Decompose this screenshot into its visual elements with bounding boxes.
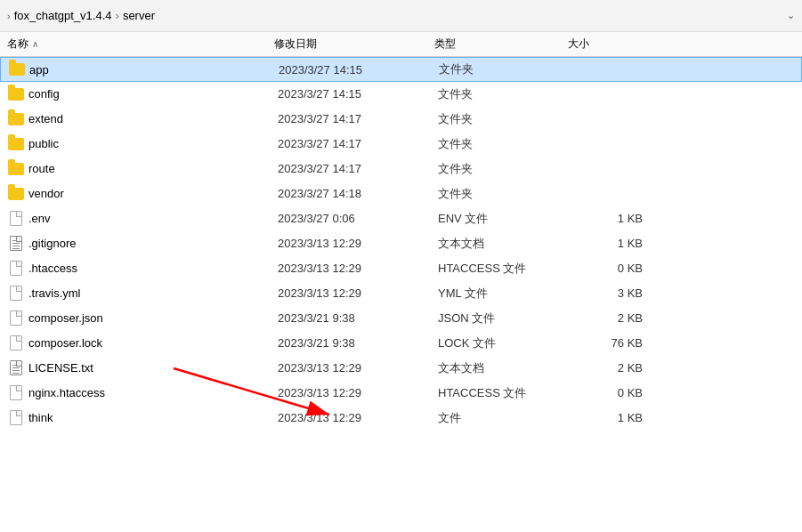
file-name: .gitignore [28, 237, 278, 250]
file-icon [7, 335, 25, 351]
file-row[interactable]: .gitignore2023/3/13 12:29文本文档1 KB [0, 231, 802, 256]
file-icon [7, 310, 25, 326]
file-row[interactable]: app2023/3/27 14:15文件夹 [0, 57, 802, 82]
file-row[interactable]: route2023/3/27 14:17文件夹 [0, 157, 802, 181]
file-size: 0 KB [571, 262, 643, 275]
file-date: 2023/3/27 0:06 [278, 212, 438, 225]
file-date: 2023/3/27 14:15 [278, 87, 438, 101]
file-type: HTACCESS 文件 [438, 261, 571, 277]
back-chevron[interactable]: › [7, 11, 11, 21]
file-row[interactable]: composer.lock2023/3/21 9:38LOCK 文件76 KB [0, 331, 802, 356]
file-row[interactable]: .htaccess2023/3/13 12:29HTACCESS 文件0 KB [0, 256, 802, 281]
file-date: 2023/3/13 12:29 [278, 361, 438, 375]
file-row[interactable]: composer.json2023/3/21 9:38JSON 文件2 KB [0, 306, 802, 331]
file-row[interactable]: vendor2023/3/27 14:18文件夹 [0, 181, 802, 206]
file-row[interactable]: nginx.htaccess2023/3/13 12:29HTACCESS 文件… [0, 381, 802, 406]
file-type: 文件 [438, 410, 571, 426]
file-name: LICENSE.txt [28, 361, 278, 375]
breadcrumb-parent[interactable]: fox_chatgpt_v1.4.4 [14, 9, 112, 22]
file-name: composer.lock [28, 336, 278, 350]
file-row[interactable]: think2023/3/13 12:29文件1 KB [0, 406, 802, 431]
file-size: 3 KB [571, 286, 643, 300]
col-header-date[interactable]: 修改日期 [274, 36, 434, 52]
file-row[interactable]: extend2023/3/27 14:17文件夹 [0, 107, 802, 132]
file-type: 文件夹 [438, 136, 571, 152]
file-name: vendor [28, 187, 278, 200]
file-name: route [28, 162, 278, 175]
file-date: 2023/3/13 12:29 [278, 411, 438, 424]
file-type: 文本文档 [438, 360, 571, 376]
sort-icon: ∧ [32, 39, 38, 49]
file-icon [7, 410, 25, 425]
file-icon [7, 286, 25, 301]
file-name: extend [28, 112, 278, 125]
file-type: 文件夹 [438, 86, 571, 102]
file-name: .travis.yml [28, 286, 278, 300]
col-header-size[interactable]: 大小 [568, 36, 639, 52]
file-name: nginx.htaccess [28, 386, 278, 399]
folder-icon [8, 63, 26, 76]
folder-icon [7, 163, 25, 175]
file-type: 文件夹 [438, 186, 571, 202]
file-date: 2023/3/27 14:17 [278, 112, 438, 125]
file-row[interactable]: .env2023/3/27 0:06ENV 文件1 KB [0, 206, 802, 231]
file-date: 2023/3/13 12:29 [278, 286, 438, 300]
file-date: 2023/3/13 12:29 [278, 262, 438, 275]
file-type: JSON 文件 [438, 310, 571, 326]
file-date: 2023/3/27 14:17 [278, 162, 438, 175]
file-row[interactable]: .travis.yml2023/3/13 12:29YML 文件3 KB [0, 281, 802, 306]
file-type: 文件夹 [439, 61, 572, 77]
file-size: 2 KB [571, 311, 643, 325]
file-date: 2023/3/27 14:18 [278, 187, 438, 200]
file-size: 1 KB [571, 411, 643, 424]
folder-icon [7, 88, 25, 101]
col-header-type[interactable]: 类型 [434, 36, 568, 52]
file-icon [7, 261, 25, 276]
file-date: 2023/3/27 14:17 [278, 137, 438, 150]
file-text-icon [7, 360, 25, 375]
file-type: 文本文档 [438, 236, 571, 252]
folder-icon [7, 188, 25, 200]
folder-icon [7, 113, 25, 125]
file-row[interactable]: LICENSE.txt2023/3/13 12:29文本文档2 KB [0, 356, 802, 381]
file-icon [7, 211, 25, 226]
file-name: config [28, 87, 278, 101]
column-headers: 名称 ∧ 修改日期 类型 大小 [0, 32, 802, 57]
file-size: 76 KB [571, 336, 643, 350]
file-icon [7, 385, 25, 400]
file-row[interactable]: config2023/3/27 14:15文件夹 [0, 82, 802, 107]
file-size: 1 KB [571, 212, 643, 225]
file-name: .env [28, 212, 278, 225]
file-date: 2023/3/13 12:29 [278, 237, 438, 250]
col-header-name[interactable]: 名称 ∧ [7, 36, 274, 52]
file-size: 1 KB [571, 237, 643, 250]
file-row[interactable]: public2023/3/27 14:17文件夹 [0, 132, 802, 157]
file-name: composer.json [28, 311, 278, 325]
file-size: 2 KB [571, 361, 643, 375]
file-type: LOCK 文件 [438, 335, 571, 351]
file-type: 文件夹 [438, 111, 571, 127]
breadcrumb: fox_chatgpt_v1.4.4 › server [14, 9, 787, 22]
file-date: 2023/3/13 12:29 [278, 386, 438, 399]
file-name: .htaccess [28, 262, 278, 275]
file-text-icon [7, 236, 25, 251]
file-type: YML 文件 [438, 286, 571, 302]
file-type: HTACCESS 文件 [438, 385, 571, 401]
file-date: 2023/3/21 9:38 [278, 311, 438, 325]
breadcrumb-separator: › [116, 9, 119, 22]
file-size: 0 KB [571, 386, 643, 399]
folder-icon [7, 138, 25, 150]
breadcrumb-current: server [123, 9, 155, 22]
file-date: 2023/3/21 9:38 [278, 336, 438, 350]
file-name: app [29, 63, 279, 77]
file-name: public [28, 137, 278, 150]
file-type: ENV 文件 [438, 211, 571, 227]
file-type: 文件夹 [438, 161, 571, 177]
file-list: app2023/3/27 14:15文件夹config2023/3/27 14:… [0, 57, 802, 532]
breadcrumb-bar: › fox_chatgpt_v1.4.4 › server ⌄ [0, 0, 802, 32]
file-date: 2023/3/27 14:15 [279, 63, 439, 77]
file-name: think [28, 411, 278, 424]
breadcrumb-dropdown-icon[interactable]: ⌄ [787, 10, 795, 21]
